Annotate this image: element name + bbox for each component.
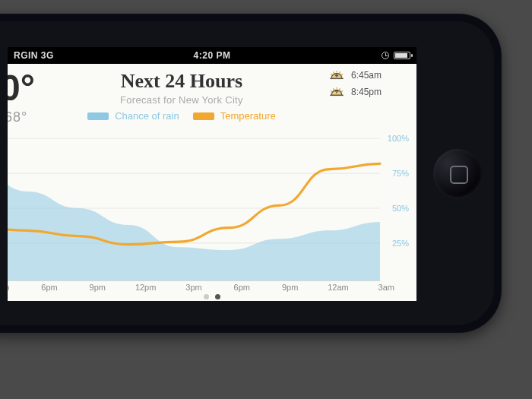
sunrise-row: 6:45am [328,70,404,81]
legend-temp: Temperature [193,110,276,122]
pager-dot[interactable] [215,294,220,299]
alarm-icon [382,52,389,59]
legend-temp-label: Temperature [220,110,276,122]
svg-line-8 [341,90,343,92]
phone-bezel: RGIN 3G 4:20 PM 0° 68° Next 24 Hours For… [0,21,494,325]
home-button[interactable] [433,149,482,198]
sunrise-icon [328,70,345,81]
swatch-rain [87,112,109,120]
content[interactable]: 0° 68° Next 24 Hours Forecast for New Yo… [8,64,416,301]
sunrise-time: 6:45am [351,70,382,81]
sunset-icon [328,87,345,97]
screen: RGIN 3G 4:20 PM 0° 68° Next 24 Hours For… [8,47,416,301]
swatch-temp [193,112,214,120]
phone-frame: RGIN 3G 4:20 PM 0° 68° Next 24 Hours For… [0,14,502,333]
temp-low: 68° [8,109,35,125]
legend-rain: Chance of rain [87,110,179,122]
legend: Chance of rain Temperature [35,110,328,122]
pager-dot[interactable] [204,294,209,299]
status-bar: RGIN 3G 4:20 PM [8,47,416,64]
legend-rain-label: Chance of rain [115,110,179,122]
battery-icon [394,52,410,59]
svg-line-2 [341,74,343,75]
status-time: 4:20 PM [8,50,416,61]
forecast-chart: 25%50%75%100% [8,135,410,281]
sunset-row: 8:45pm [328,87,404,97]
page-title: Next 24 Hours [35,70,328,93]
page-indicator[interactable] [8,289,416,301]
sunset-time: 8:45pm [351,87,382,97]
svg-line-4 [340,71,340,73]
svg-line-3 [334,71,334,73]
svg-line-10 [340,88,340,90]
current-temp-block: 0° 68° [8,70,35,125]
svg-line-9 [334,88,334,90]
svg-line-1 [331,74,332,75]
status-carrier: RGIN 3G [14,50,54,61]
page-subtitle: Forecast for New York City [35,94,328,106]
temp-high: 0° [8,70,35,106]
svg-line-7 [331,90,332,92]
